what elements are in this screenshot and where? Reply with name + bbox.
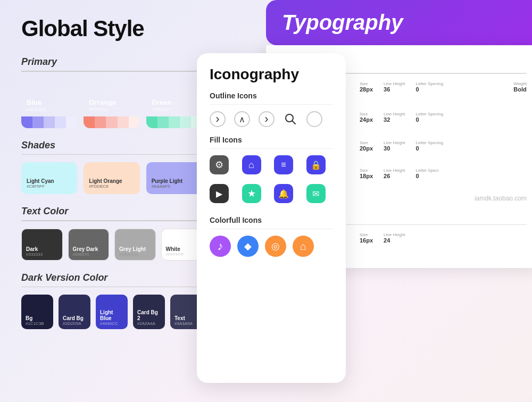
blue-s3 xyxy=(44,116,55,128)
blue-name: Blue xyxy=(27,98,47,107)
grey-light-text-card: Grey Light #AAAAAA xyxy=(114,229,156,261)
heading-02-meta: Size 24px Line Height 32 Letter Specing … xyxy=(360,112,527,123)
blue-color-card: Blue #4A43EC xyxy=(21,79,77,128)
orange-shade-hex: #FDDEC8 xyxy=(89,184,108,189)
dark-card-bg2-hex: #2A2A4A xyxy=(137,321,161,326)
orange-s5 xyxy=(129,116,140,128)
heading-02-lineheight: Line Height 32 xyxy=(384,112,405,123)
green-name: Green xyxy=(152,98,172,107)
green-color-card: Green #28D697 xyxy=(146,79,202,128)
circle-colorful-icon: ◎ xyxy=(265,236,286,257)
blue-s4 xyxy=(55,116,66,128)
heading-01-size-value: 28px xyxy=(360,86,373,93)
blue-hex: #4A43EC xyxy=(27,107,47,112)
heading-02-lh-label: Line Height xyxy=(384,112,405,116)
colorful-icons-row: ♪ ◆ ◎ ⌂ xyxy=(210,236,333,257)
text-color-divider xyxy=(21,220,202,221)
chevron-up-icon: ∧ xyxy=(234,111,250,127)
star-fill-icon: ★ xyxy=(242,184,261,203)
iconography-panel: Iconography Outline Icons › ∧ › Fill Ico… xyxy=(197,53,346,383)
doc-fill-icon: ≡ xyxy=(274,155,293,174)
shades-section: Shades Light Cyan #C8F5FF Light Orange #… xyxy=(21,140,202,195)
heading-03-size-value: 20px xyxy=(360,145,373,152)
heading-04-lh-value: 26 xyxy=(384,173,405,179)
heading-01-lh-value: 36 xyxy=(384,86,405,93)
heading-02-size-value: 24px xyxy=(360,116,373,123)
green-swatch-main: Green #28D697 xyxy=(146,79,202,116)
music-colorful-icon: ♪ xyxy=(210,236,231,257)
green-hex: #28D697 xyxy=(152,107,172,112)
fill-icons-label: Fill Icons xyxy=(210,136,333,144)
dark-version-section: Dark Version Color Bg #1C1C3B Card Bg #2… xyxy=(21,272,202,330)
heading-03-meta: Size 20px Line Height 30 Letter Specing … xyxy=(360,140,527,152)
heading-01-size: Size 28px xyxy=(360,81,373,93)
orange-name: Orrange xyxy=(89,98,116,107)
bell-fill-icon: 🔔 xyxy=(274,184,293,203)
dark-text-hex-item: #3A3A5A xyxy=(174,321,198,326)
body-01-lh-label: Line Height xyxy=(384,232,405,237)
heading-03-lh-value: 30 xyxy=(384,145,405,152)
dark-card-bg2-name: Card Bg 2 xyxy=(137,309,161,321)
dark-card-bg2-card: Card Bg 2 #2A2A4A xyxy=(133,295,165,329)
orange-s2 xyxy=(95,116,106,128)
iconography-title: Iconography xyxy=(210,66,333,83)
body-01-lh-value: 24 xyxy=(384,237,405,244)
grey-light-text-name: Grey Light xyxy=(119,246,151,252)
heading-03-lineheight: Line Height 30 xyxy=(384,140,405,152)
orange-s4 xyxy=(118,116,129,128)
heading-01-size-label: Size xyxy=(360,81,373,86)
heading-03-letter-label: Letter Specing xyxy=(416,140,444,145)
gear-fill-icon: ⚙ xyxy=(210,155,229,174)
heading-04-letter-label: Letter Speci xyxy=(416,168,439,173)
heading-02-letter: Letter Specing 0 xyxy=(416,112,444,123)
left-panel: Global Style Primary Blue #4A43EC xyxy=(0,0,223,402)
fill-icons-grid: ⚙ ⌂ ≡ 🔒 ▶ ★ 🔔 ✉ xyxy=(210,155,333,207)
shades-divider xyxy=(21,154,202,155)
heading-03-size-label: Size xyxy=(360,140,373,145)
green-s3 xyxy=(169,116,180,128)
outline-icons-label: Outline Icons xyxy=(210,91,333,100)
svg-line-1 xyxy=(292,121,295,124)
heading-04-lh-label: Line Height xyxy=(384,168,405,173)
purple-shade-name: Purple Light xyxy=(152,178,182,184)
heading-03-size: Size 20px xyxy=(360,140,373,152)
orange-s3 xyxy=(106,116,117,128)
dark-light-blue-name: Light Blue xyxy=(100,309,123,321)
typography-header: Typography xyxy=(266,0,532,45)
home-colorful-icon: ⌂ xyxy=(293,236,314,257)
body-01-lineheight: Line Height 24 xyxy=(384,232,405,244)
body-01-size-label: Size xyxy=(360,232,373,237)
heading-01-lh-label: Line Height xyxy=(384,81,405,86)
shades-row: Light Cyan #C8F5FF Light Orange #FDDEC8 … xyxy=(21,162,202,194)
heading-01-weight: Weight Bold xyxy=(513,81,527,93)
heading-04-size-label: Size xyxy=(360,168,373,173)
mail-fill-icon: ✉ xyxy=(306,184,326,203)
heading-04-letter: Letter Speci 0 xyxy=(416,168,439,179)
orange-hex: #F0635A xyxy=(89,107,116,112)
orange-swatches xyxy=(84,116,139,128)
heading-01-weight-label: Weight xyxy=(513,81,527,86)
heading-01-letter: Letter Specing 0 xyxy=(416,81,444,93)
heading-01-lineheight: Line Height 36 xyxy=(384,81,405,93)
purple-shade-card: Purple Light #AAAAF5 xyxy=(146,162,202,194)
diamond-colorful-icon: ◆ xyxy=(237,236,259,257)
heading-01-weight-value: Bold xyxy=(513,86,527,93)
dark-text-hex: #333333 xyxy=(26,252,58,257)
heading-02-letter-label: Letter Specing xyxy=(416,112,444,116)
white-text-name: White xyxy=(166,246,198,252)
primary-section: Primary Blue #4A43EC xyxy=(21,56,202,128)
orange-color-card: Orrange #F0635A xyxy=(84,79,139,128)
dark-colors-row: Bg #1C1C3B Card Bg #2D2D5A Light Blue #4… xyxy=(21,295,202,329)
blue-swatches xyxy=(21,116,77,128)
heading-04-size: Size 18px xyxy=(360,168,373,179)
primary-divider xyxy=(21,71,202,72)
shades-label: Shades xyxy=(21,140,202,151)
video-fill-icon: ▶ xyxy=(210,184,229,203)
heading-04-letter-value: 0 xyxy=(416,173,439,179)
orange-swatch-main: Orrange #F0635A xyxy=(84,79,139,116)
heading-01-letter-label: Letter Specing xyxy=(416,81,444,86)
green-s4 xyxy=(180,116,191,128)
grey-dark-text-name: Grey Dark xyxy=(73,246,105,252)
blue-s1 xyxy=(21,116,32,128)
orange-shade-name: Light Orange xyxy=(89,178,122,184)
